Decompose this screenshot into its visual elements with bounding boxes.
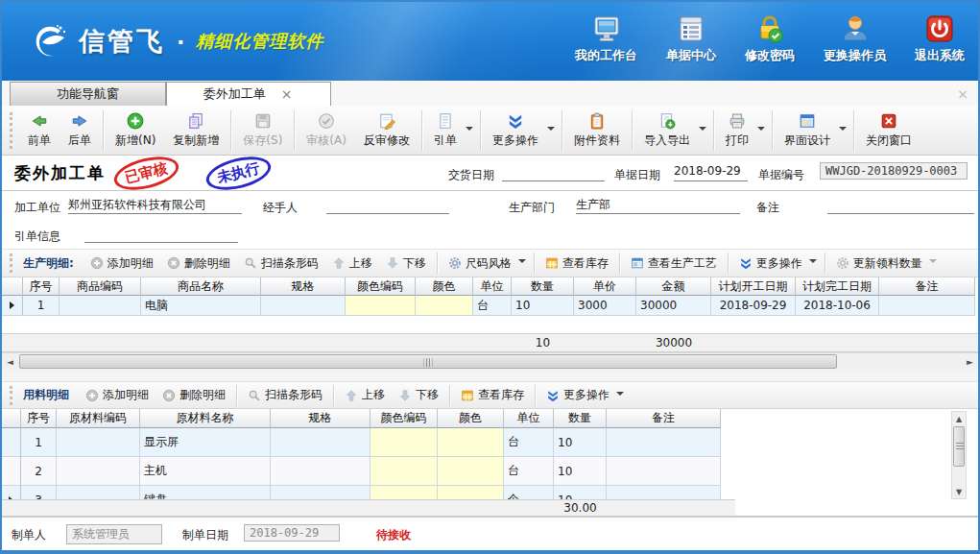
print-button[interactable]: 打印 xyxy=(717,109,757,152)
prev-doc-button[interactable]: 前单 xyxy=(19,109,60,152)
table-cell[interactable]: 30000 xyxy=(636,296,711,316)
unaudit-edit-button[interactable]: 反审修改 xyxy=(355,109,418,152)
dropdown-caret-icon[interactable] xyxy=(929,259,937,267)
table-cell[interactable]: 10 xyxy=(512,296,574,316)
next-doc-button[interactable]: 后单 xyxy=(60,109,100,152)
table-cell[interactable] xyxy=(271,457,370,486)
scrollbar-thumb[interactable] xyxy=(953,426,965,467)
dropdown-caret-icon[interactable] xyxy=(809,259,817,267)
table-cell[interactable] xyxy=(57,486,140,499)
table-cell[interactable] xyxy=(346,296,416,316)
ref-doc-button[interactable]: 引单 xyxy=(425,109,466,152)
table-row[interactable]: 1电脑台103000300002018-09-292018-10-06 xyxy=(2,296,978,316)
table-cell[interactable] xyxy=(438,486,504,499)
tab-outsourcing-order[interactable]: 委外加工单 × xyxy=(166,82,331,106)
add-new-button[interactable]: 新增(N) xyxy=(107,109,164,152)
toolbar-grip[interactable] xyxy=(10,112,13,149)
ui-design-button[interactable]: 界面设计 xyxy=(776,109,839,152)
toolbar-grip[interactable] xyxy=(10,253,13,273)
table-cell[interactable]: 2 xyxy=(21,457,57,486)
table-cell[interactable]: 10 xyxy=(554,486,607,499)
dropdown-caret-icon[interactable] xyxy=(616,392,624,399)
change-password-button[interactable]: 修改密码 xyxy=(745,13,795,64)
exit-system-button[interactable]: 退出系统 xyxy=(915,13,965,64)
table-cell[interactable]: 3000 xyxy=(574,296,636,316)
table-cell[interactable] xyxy=(271,428,370,457)
dropdown-caret-icon[interactable] xyxy=(839,127,847,134)
delivery-date-field[interactable] xyxy=(502,164,605,181)
table-cell[interactable]: 台 xyxy=(504,428,554,457)
move-up-button[interactable]: 上移 xyxy=(325,253,379,275)
scroll-up-icon[interactable]: ▲ xyxy=(952,412,966,425)
switch-operator-button[interactable]: 更换操作员 xyxy=(824,13,886,64)
view-stock-button[interactable]: 查看库存 xyxy=(538,253,615,275)
table-cell[interactable] xyxy=(416,296,473,316)
remark-field[interactable] xyxy=(827,197,974,214)
close-window-button[interactable]: 关闭窗口 xyxy=(857,109,920,152)
update-qty-button[interactable]: 更新领料数量 xyxy=(829,253,929,275)
table-cell[interactable]: 个 xyxy=(504,486,554,499)
table-cell[interactable]: 主机 xyxy=(140,457,271,486)
table-cell[interactable]: 显示屏 xyxy=(140,428,271,457)
tabbar-close-icon[interactable]: × xyxy=(957,86,968,102)
dropdown-caret-icon[interactable] xyxy=(466,127,473,134)
table-cell[interactable]: 电脑 xyxy=(141,296,261,316)
table-cell[interactable] xyxy=(607,486,721,499)
table-cell[interactable]: 1 xyxy=(23,296,60,316)
doc-date-field[interactable]: 2018-09-29 xyxy=(674,164,748,181)
doc-center-button[interactable]: 单据中心 xyxy=(666,13,716,64)
table-cell[interactable] xyxy=(271,486,370,499)
table-cell[interactable] xyxy=(607,428,721,457)
table-cell[interactable] xyxy=(370,428,438,457)
table-cell[interactable] xyxy=(57,428,140,457)
dropdown-caret-icon[interactable] xyxy=(757,127,765,134)
more-actions-button[interactable]: 更多操作 xyxy=(539,384,616,406)
add-row-button[interactable]: 添加明细 xyxy=(84,253,160,275)
table-row[interactable]: 2主机台10 xyxy=(2,457,978,486)
table-cell[interactable]: 2018-10-06 xyxy=(796,296,879,316)
table-cell[interactable]: 10 xyxy=(554,428,607,457)
save-button[interactable]: 保存(S) xyxy=(234,109,291,152)
table-cell[interactable] xyxy=(57,457,140,486)
tab-close-icon[interactable]: × xyxy=(279,87,295,101)
copy-new-button[interactable]: 复制新增 xyxy=(164,109,227,152)
audit-button[interactable]: 审核(A) xyxy=(298,109,355,152)
view-craft-button[interactable]: 查看生产工艺 xyxy=(624,253,724,275)
delete-row-button[interactable]: 删除明细 xyxy=(155,384,232,406)
dropdown-caret-icon[interactable] xyxy=(547,127,555,134)
table-row[interactable]: 3键盘个10 xyxy=(2,486,978,499)
table-cell[interactable] xyxy=(879,296,975,316)
size-style-button[interactable]: 尺码风格 xyxy=(442,253,518,275)
scroll-right-icon[interactable]: ► xyxy=(962,353,978,370)
tab-function-nav[interactable]: 功能导航窗 xyxy=(10,82,166,106)
move-up-button[interactable]: 上移 xyxy=(338,384,392,406)
horizontal-scrollbar[interactable]: ◄ ► xyxy=(2,352,978,370)
workbench-button[interactable]: 我的工作台 xyxy=(575,13,637,64)
table-cell[interactable] xyxy=(370,486,438,499)
table-cell[interactable] xyxy=(60,296,141,316)
table-cell[interactable] xyxy=(607,457,721,486)
import-export-button[interactable]: 导入导出 xyxy=(635,109,699,152)
move-down-button[interactable]: 下移 xyxy=(392,384,445,406)
processor-field[interactable]: 郑州亚拓软件科技有限公司 xyxy=(68,197,242,214)
vertical-scrollbar[interactable]: ▲ ▼ xyxy=(951,411,967,499)
scan-barcode-button[interactable]: 扫描条形码 xyxy=(241,384,329,406)
ref-info-field[interactable] xyxy=(84,226,238,243)
attachment-button[interactable]: 附件资料 xyxy=(565,109,629,152)
delete-row-button[interactable]: 删除明细 xyxy=(160,253,237,275)
table-cell[interactable]: 键盘 xyxy=(140,486,271,499)
view-stock-button[interactable]: 查看库存 xyxy=(454,384,531,406)
dropdown-caret-icon[interactable] xyxy=(699,127,706,134)
table-cell[interactable]: 3 xyxy=(21,486,57,499)
table-cell[interactable]: 台 xyxy=(473,296,512,316)
more-actions-button[interactable]: 更多操作 xyxy=(484,109,547,152)
table-cell[interactable] xyxy=(438,428,504,457)
table-cell[interactable] xyxy=(438,457,504,486)
scroll-down-icon[interactable]: ▼ xyxy=(952,485,966,498)
table-row[interactable]: 1显示屏台10 xyxy=(2,428,978,457)
toolbar-grip[interactable] xyxy=(10,386,13,405)
table-cell[interactable]: 1 xyxy=(21,428,57,457)
table-cell[interactable] xyxy=(370,457,438,486)
scan-barcode-button[interactable]: 扫描条形码 xyxy=(237,253,325,275)
table-cell[interactable]: 台 xyxy=(504,457,554,486)
